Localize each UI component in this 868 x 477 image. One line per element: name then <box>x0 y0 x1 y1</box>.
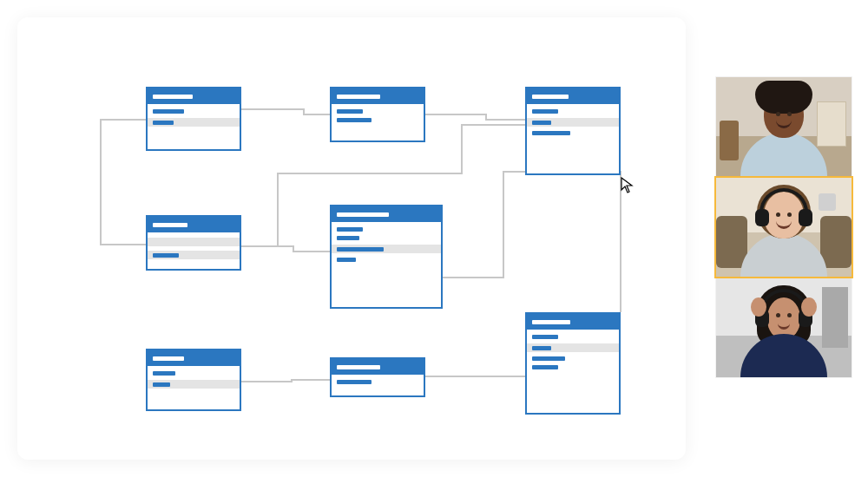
erd-node-body <box>332 222 441 267</box>
erd-node-n4[interactable] <box>146 215 241 271</box>
erd-node-header <box>527 88 619 104</box>
cursor-icon <box>621 177 635 194</box>
erd-node-n5[interactable] <box>330 205 443 309</box>
erd-node-n7[interactable] <box>330 357 425 397</box>
video-tile-1[interactable] <box>715 76 852 177</box>
erd-node-body <box>148 232 240 265</box>
erd-node-header <box>332 206 441 222</box>
diagram-canvas[interactable] <box>17 17 686 460</box>
erd-node-header <box>148 88 240 104</box>
erd-node-header <box>148 217 240 232</box>
erd-node-body <box>148 104 240 132</box>
erd-node-n8[interactable] <box>525 312 621 415</box>
erd-node-header <box>148 350 240 366</box>
erd-node-body <box>332 104 424 127</box>
erd-node-n3[interactable] <box>525 87 621 175</box>
erd-node-n2[interactable] <box>330 87 425 142</box>
erd-node-header <box>332 88 424 104</box>
video-tile-2[interactable] <box>715 177 852 278</box>
erd-node-n1[interactable] <box>146 87 241 151</box>
video-participants-strip <box>715 76 852 378</box>
erd-node-body <box>527 330 619 375</box>
erd-node-n6[interactable] <box>146 349 241 411</box>
erd-node-body <box>527 104 619 140</box>
erd-node-body <box>332 375 424 389</box>
erd-node-body <box>148 366 240 394</box>
erd-node-header <box>527 314 619 330</box>
erd-node-header <box>332 359 424 375</box>
video-tile-3[interactable] <box>715 278 852 378</box>
